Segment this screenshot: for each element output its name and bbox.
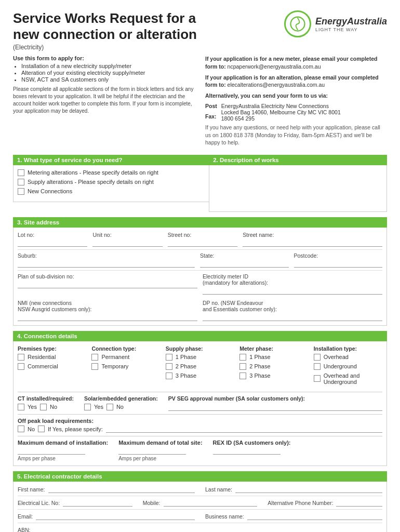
help-note: If you have any questions, or need help … (205, 124, 387, 147)
logo-circle (284, 10, 311, 37)
meter-2phase: 2 Phase (239, 363, 308, 370)
pv-seg-col: PV SEG approval number (SA solar custome… (168, 395, 382, 411)
street-no-field: Street no: (168, 232, 237, 247)
premises-type-col: Premises type: Residential Commercial (18, 345, 86, 388)
checkbox-temporary[interactable] (91, 363, 98, 370)
checkbox-meter-3phase[interactable] (239, 373, 246, 379)
overhead-option: Overhead (314, 354, 382, 361)
email-field: Email: (18, 513, 195, 520)
checkbox-ct-yes[interactable] (18, 404, 24, 410)
checkbox-residential[interactable] (18, 354, 24, 361)
last-name-field: Last name: (205, 486, 382, 493)
checkbox-ct-no[interactable] (40, 404, 47, 410)
checkbox-overhead[interactable] (314, 354, 321, 361)
page-header: Service Works Request for a new connecti… (13, 10, 387, 51)
checkbox-commercial[interactable] (18, 363, 24, 370)
section-4: 4. Connection details Premises type: Res… (13, 331, 387, 466)
elec-lic-field: Electrical Lic. No: (18, 499, 132, 507)
supply-1phase: 1 Phase (166, 354, 234, 361)
checkbox-overhead-underground[interactable] (314, 375, 321, 382)
checkbox-supply-2phase[interactable] (166, 363, 172, 370)
alteration-info: If your application is for an alteration… (205, 74, 387, 89)
connection-type-col: Connection type: Permanent Temporary (91, 345, 160, 388)
street-name-field: Street name: (243, 232, 382, 247)
postcode-field: Postcode: (294, 252, 383, 268)
new-meter-info: If your application is for a new meter, … (205, 55, 387, 70)
page-title: Service Works Request for a new connecti… (13, 10, 197, 43)
section-2-wrapper: 2. Description of works (209, 155, 387, 212)
use-form-heading: Use this form to apply for: (13, 55, 195, 61)
section-3: 3. Site address Lot no: Unit no: Street … (13, 217, 387, 326)
business-name-field: Business name: (205, 513, 382, 520)
permanent-option: Permanent (91, 354, 160, 361)
intro-left: Use this form to apply for: Installation… (13, 55, 195, 150)
checkbox-meter-1phase[interactable] (239, 354, 246, 361)
intro-note: Please complete all applicable sections … (13, 86, 195, 115)
section-1-body: Metering alterations - Please specify de… (13, 165, 209, 202)
section-1-header: 1. What type of service do you need? (13, 155, 209, 165)
lot-field: Lot no: (18, 232, 87, 247)
commercial-option: Commercial (18, 363, 86, 370)
section-3-header: 3. Site address (13, 217, 387, 228)
meter-1phase: 1 Phase (239, 354, 308, 361)
option-new-connections: New Connections (18, 188, 205, 195)
checkbox-solar-yes[interactable] (84, 404, 91, 410)
temporary-option: Temporary (91, 363, 160, 370)
rex-id-col: REX ID (SA customers only): (213, 440, 291, 461)
alt-phone-field: Alternative Phone Number: (268, 499, 382, 507)
unit-field: Unit no: (92, 232, 162, 247)
nmi-field: NMI (new connections NSW Ausgrid custome… (18, 300, 197, 321)
section-2-header: 2. Description of works (209, 155, 387, 165)
postal-address: Post Fax: EnergyAustralia Electricity Ne… (205, 103, 387, 122)
section-2-body[interactable] (209, 165, 387, 212)
installation-type-col: Installation type: Overhead Underground … (314, 345, 382, 388)
option-supply: Supply alterations - Please specify deta… (18, 179, 205, 185)
logo-block: EnergyAustralia LIGHT THE WAY (284, 10, 387, 37)
residential-option: Residential (18, 354, 86, 361)
checkbox-solar-no[interactable] (106, 404, 113, 410)
intro-right: If your application is for a new meter, … (205, 55, 387, 150)
checkbox-new-connections[interactable] (18, 188, 24, 195)
section-5-body: First name: Last name: Electrical Lic. N… (13, 482, 387, 532)
checkbox-supply-3phase[interactable] (166, 373, 172, 379)
mobile-field: Mobile: (143, 499, 258, 507)
title-block: Service Works Request for a new connecti… (13, 10, 197, 51)
supply-phase-col: Supply phase: 1 Phase 2 Phase 3 Phase (166, 345, 234, 388)
supply-3phase: 3 Phase (166, 373, 234, 379)
section-4-header: 4. Connection details (13, 331, 387, 341)
supply-2phase: 2 Phase (166, 363, 234, 370)
list-item: Alteration of your existing electricity … (21, 70, 195, 76)
alt-heading: Alternatively, you can send your form to… (205, 92, 387, 100)
checkbox-meter-2phase[interactable] (239, 363, 246, 370)
section-5: 5. Electrical contractor details First n… (13, 471, 387, 532)
checkbox-underground[interactable] (314, 363, 321, 370)
suburb-field: Suburb: (18, 252, 195, 268)
list-item: Installation of a new electricity supply… (21, 63, 195, 69)
section-4-body: Premises type: Residential Commercial Co… (13, 341, 387, 466)
electricity-meter-field: Electricity meter ID (mandatory for alte… (203, 273, 382, 295)
checkbox-metering[interactable] (18, 169, 24, 176)
checkbox-supply-1phase[interactable] (166, 354, 172, 361)
meter-3phase: 3 Phase (239, 373, 308, 379)
overhead-underground-option: Overhead and Underground (314, 373, 382, 385)
logo-tagline: LIGHT THE WAY (315, 27, 387, 32)
checkbox-off-peak-no[interactable] (18, 425, 24, 432)
state-field: State: (200, 252, 289, 268)
section-1-2-wrapper: 1. What type of service do you need? Met… (13, 155, 387, 212)
list-item: NSW, ACT and SA customers only (21, 76, 195, 83)
max-total-col: Maximum demand of total site: Amps per p… (118, 440, 202, 461)
ct-installed-col: CT installed/required: Yes No (18, 395, 74, 410)
checkbox-permanent[interactable] (91, 354, 98, 361)
max-demand-row: Maximum demand of installation: Amps per… (18, 440, 382, 461)
off-peak-row: Off peak load requirements: No If Yes, p… (18, 418, 382, 433)
section-5-header: 5. Electrical contractor details (13, 471, 387, 482)
checkbox-supply[interactable] (18, 179, 24, 185)
underground-option: Underground (314, 363, 382, 370)
use-form-list: Installation of a new electricity supply… (21, 63, 195, 83)
page-subtitle: (Electricity) (13, 44, 197, 51)
section-1-wrapper: 1. What type of service do you need? Met… (13, 155, 209, 212)
checkbox-off-peak-yes[interactable] (38, 425, 45, 432)
plan-sub-field: Plan of sub-division no: (18, 273, 197, 295)
max-install-col: Maximum demand of installation: Amps per… (18, 440, 108, 461)
logo-text: EnergyAustralia LIGHT THE WAY (315, 16, 387, 32)
